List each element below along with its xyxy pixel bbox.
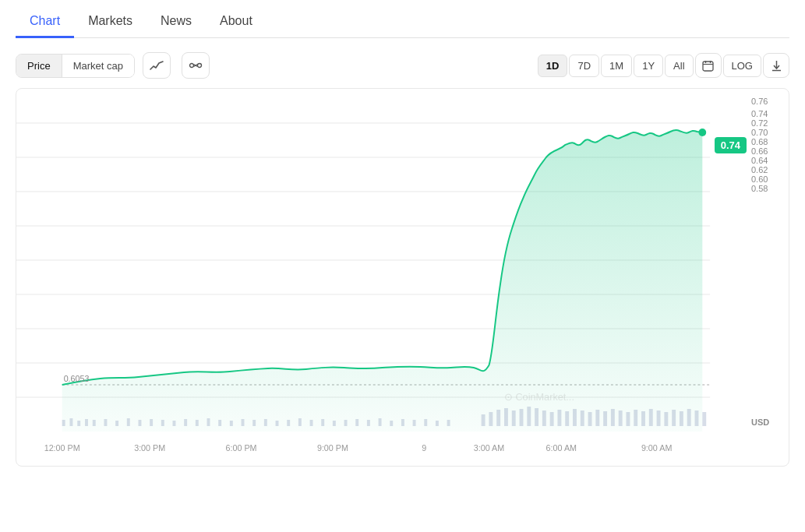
svg-rect-44: [310, 420, 313, 426]
svg-rect-63: [527, 407, 531, 426]
svg-rect-40: [264, 419, 267, 426]
svg-rect-71: [588, 412, 592, 426]
svg-rect-30: [150, 419, 153, 426]
svg-rect-82: [672, 410, 676, 426]
svg-rect-62: [520, 409, 524, 426]
svg-rect-31: [161, 420, 164, 426]
svg-point-0: [189, 64, 193, 68]
price-type-group: Price Market cap: [16, 54, 135, 78]
svg-text:3:00 AM: 3:00 AM: [474, 443, 504, 453]
svg-rect-37: [230, 421, 233, 426]
svg-rect-74: [611, 409, 615, 426]
chart-end-dot: [698, 129, 706, 136]
download-icon-button[interactable]: [763, 53, 789, 78]
svg-rect-54: [424, 419, 427, 426]
svg-rect-68: [565, 411, 569, 426]
svg-rect-24: [85, 419, 88, 426]
tab-news[interactable]: News: [147, 6, 206, 38]
svg-rect-67: [557, 410, 561, 426]
svg-rect-80: [657, 410, 661, 426]
y-label-0.64: 0.64: [751, 156, 786, 165]
time-7d-button[interactable]: 7D: [569, 55, 599, 77]
y-label-0.74: 0.74: [751, 109, 786, 118]
log-button[interactable]: LOG: [723, 55, 761, 77]
svg-rect-33: [184, 419, 187, 426]
svg-rect-22: [69, 418, 72, 426]
svg-rect-48: [355, 419, 358, 426]
svg-rect-57: [482, 414, 485, 426]
svg-rect-55: [436, 421, 439, 426]
svg-rect-70: [581, 410, 584, 426]
svg-rect-38: [242, 419, 245, 426]
svg-rect-46: [333, 421, 336, 426]
svg-rect-83: [680, 411, 683, 426]
time-1d-button[interactable]: 1D: [538, 55, 568, 77]
svg-rect-78: [641, 411, 645, 426]
svg-rect-28: [127, 418, 130, 426]
svg-rect-52: [401, 419, 404, 426]
svg-rect-59: [496, 410, 500, 426]
svg-text:9:00 AM: 9:00 AM: [641, 443, 672, 453]
time-range-group: 1D 7D 1M 1Y All LOG: [538, 53, 789, 78]
line-chart-icon: [150, 60, 164, 71]
calendar-icon: [702, 60, 714, 72]
calendar-icon-button[interactable]: [695, 53, 722, 78]
svg-rect-50: [379, 418, 382, 426]
svg-text:6:00 AM: 6:00 AM: [546, 443, 577, 453]
price-button[interactable]: Price: [16, 55, 62, 77]
svg-rect-27: [115, 421, 118, 426]
svg-rect-77: [634, 410, 637, 426]
svg-rect-60: [504, 408, 508, 426]
svg-rect-39: [252, 420, 256, 426]
svg-rect-34: [196, 420, 199, 426]
time-1y-button[interactable]: 1Y: [634, 55, 663, 77]
svg-rect-56: [447, 420, 450, 426]
y-axis: 0.76 0.74 0.72 0.70 0.68 0.66 0.64 0.62 …: [748, 89, 789, 466]
svg-rect-65: [542, 410, 546, 426]
compare-icon: [189, 60, 203, 71]
tab-about[interactable]: About: [206, 6, 267, 38]
svg-rect-32: [173, 421, 176, 426]
svg-text:9: 9: [422, 443, 426, 453]
y-label-0.58: 0.58: [751, 184, 786, 193]
line-chart-icon-button[interactable]: [143, 52, 171, 79]
svg-rect-81: [664, 412, 668, 426]
svg-rect-79: [649, 409, 653, 426]
svg-rect-75: [619, 410, 623, 426]
svg-rect-45: [321, 419, 324, 426]
svg-rect-35: [207, 418, 210, 426]
baseline-price-label: 0.6053: [64, 374, 90, 383]
y-label-0.72: 0.72: [751, 118, 786, 128]
watermark: ⊙ CoinMarket...: [504, 391, 574, 403]
market-cap-button[interactable]: Market cap: [62, 55, 134, 77]
svg-rect-69: [573, 409, 577, 426]
svg-rect-58: [489, 412, 493, 426]
svg-rect-51: [390, 421, 393, 426]
chart-area[interactable]: 0.6053: [16, 88, 789, 467]
svg-rect-29: [139, 420, 142, 426]
tab-markets[interactable]: Markets: [74, 6, 147, 38]
svg-rect-64: [535, 408, 538, 426]
y-label-0.76: 0.76: [751, 97, 786, 106]
y-label-0.70: 0.70: [751, 128, 786, 137]
svg-rect-61: [512, 410, 516, 426]
svg-rect-47: [344, 420, 348, 426]
download-icon: [771, 60, 782, 72]
svg-point-1: [197, 64, 201, 68]
svg-rect-36: [218, 420, 221, 426]
svg-rect-26: [104, 419, 107, 426]
tab-bar: Chart Markets News About: [16, 0, 789, 38]
tab-chart[interactable]: Chart: [16, 6, 74, 38]
svg-rect-41: [276, 421, 279, 426]
svg-rect-43: [298, 418, 302, 426]
svg-rect-21: [62, 420, 65, 426]
price-chart-svg: 0.6053: [16, 89, 748, 463]
time-all-button[interactable]: All: [665, 55, 693, 77]
svg-rect-53: [413, 420, 416, 426]
svg-rect-25: [93, 420, 96, 426]
y-label-0.60: 0.60: [751, 174, 786, 184]
svg-rect-76: [627, 412, 630, 426]
time-1m-button[interactable]: 1M: [601, 55, 632, 77]
svg-rect-23: [77, 421, 80, 426]
compare-icon-button[interactable]: [182, 52, 210, 79]
